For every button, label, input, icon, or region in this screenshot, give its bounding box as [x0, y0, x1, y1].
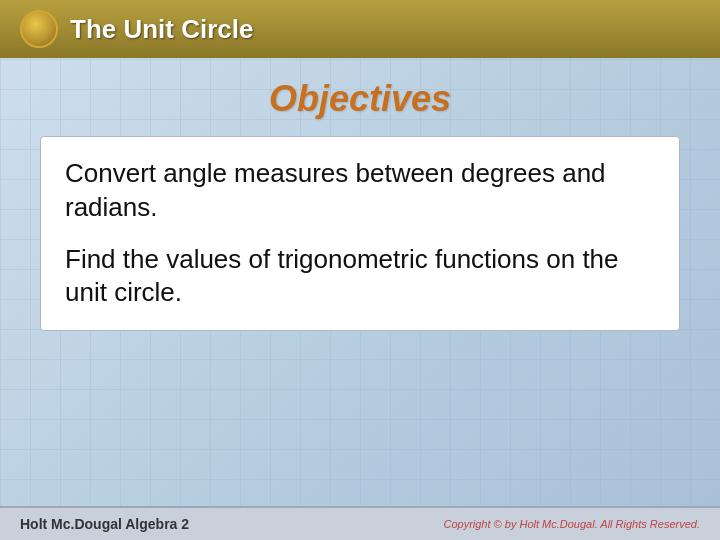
header-icon: [20, 10, 58, 48]
slide: The Unit Circle Objectives Convert angle…: [0, 0, 720, 540]
objective-item-1: Convert angle measures between degrees a…: [65, 157, 655, 225]
footer-right: Copyright © by Holt Mc.Dougal. All Right…: [443, 518, 700, 530]
footer-left: Holt Mc.Dougal Algebra 2: [20, 516, 189, 532]
objective-item-2: Find the values of trigonometric functio…: [65, 243, 655, 311]
content-area: Objectives Convert angle measures betwee…: [0, 58, 720, 506]
header: The Unit Circle: [0, 0, 720, 58]
footer: Holt Mc.Dougal Algebra 2 Copyright © by …: [0, 506, 720, 540]
objectives-title: Objectives: [269, 78, 451, 120]
objectives-box: Convert angle measures between degrees a…: [40, 136, 680, 331]
header-title: The Unit Circle: [70, 14, 253, 45]
